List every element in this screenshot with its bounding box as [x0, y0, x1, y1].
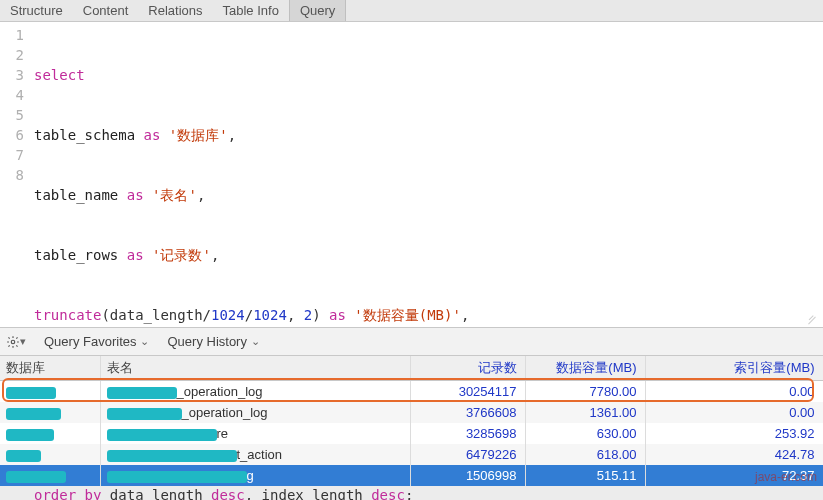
redacted-text	[107, 429, 217, 441]
tab-query[interactable]: Query	[289, 0, 346, 21]
redacted-text	[6, 450, 41, 462]
sql-editor[interactable]: 1 2 3 4 5 6 7 8 select table_schema as '…	[0, 22, 823, 328]
col-db[interactable]: 数据库	[0, 356, 100, 381]
chevron-down-icon: ▾	[20, 335, 26, 348]
table-row[interactable]: re 3285698 630.00 253.92	[0, 423, 823, 444]
redacted-text	[107, 471, 247, 483]
redacted-text	[6, 429, 54, 441]
results-pane: 数据库 表名 记录数 数据容量(MB) 索引容量(MB) _operation_…	[0, 356, 823, 486]
col-tbl[interactable]: 表名	[100, 356, 410, 381]
results-table[interactable]: 数据库 表名 记录数 数据容量(MB) 索引容量(MB) _operation_…	[0, 356, 823, 486]
table-row[interactable]: g 1506998 515.11 72.37	[0, 465, 823, 486]
tab-structure[interactable]: Structure	[0, 0, 73, 21]
gear-icon[interactable]: ▾	[6, 332, 26, 352]
table-row[interactable]: t_action 6479226 618.00 424.78	[0, 444, 823, 465]
redacted-text	[6, 471, 66, 483]
table-row[interactable]: _operation_log 30254117 7780.00 0.00	[0, 381, 823, 403]
redacted-text	[107, 450, 237, 462]
resize-handle-icon[interactable]	[803, 309, 817, 323]
line-gutter: 1 2 3 4 5 6 7 8	[0, 22, 30, 327]
redacted-text	[6, 408, 61, 420]
table-row[interactable]: _operation_log 3766608 1361.00 0.00	[0, 402, 823, 423]
redacted-text	[6, 387, 56, 399]
col-rows[interactable]: 记录数	[410, 356, 525, 381]
tab-relations[interactable]: Relations	[138, 0, 212, 21]
table-header[interactable]: 数据库 表名 记录数 数据容量(MB) 索引容量(MB)	[0, 356, 823, 381]
view-tabs: Structure Content Relations Table Info Q…	[0, 0, 823, 22]
svg-point-0	[11, 340, 15, 344]
tab-content[interactable]: Content	[73, 0, 139, 21]
col-data[interactable]: 数据容量(MB)	[525, 356, 645, 381]
col-idx[interactable]: 索引容量(MB)	[645, 356, 823, 381]
redacted-text	[107, 387, 177, 399]
tab-table-info[interactable]: Table Info	[213, 0, 289, 21]
sql-code[interactable]: select table_schema as '数据库', table_name…	[30, 22, 469, 327]
redacted-text	[107, 408, 182, 420]
